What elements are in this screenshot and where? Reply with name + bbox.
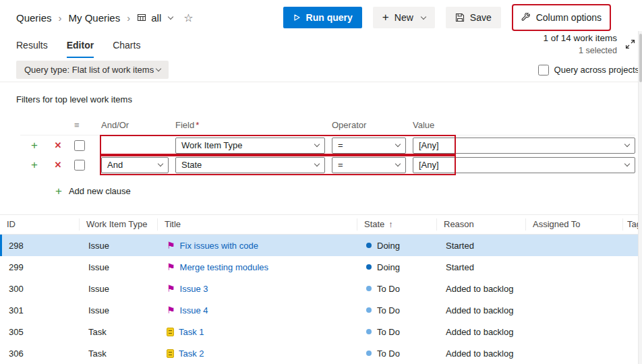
- issue-icon: ⚑: [167, 284, 175, 293]
- insert-clause-icon[interactable]: +: [27, 159, 42, 171]
- state-dot: [366, 286, 372, 291]
- selected-count: 1 selected: [543, 45, 617, 57]
- chevron-down-icon: [395, 161, 401, 166]
- value-select[interactable]: [Any]: [413, 157, 635, 173]
- and-or-select[interactable]: And: [101, 157, 169, 173]
- work-item-count: 1 of 14 work items: [543, 32, 617, 45]
- table-row[interactable]: 306 Task Task 2 To Do Added to backlog: [0, 342, 642, 364]
- operator-select[interactable]: =: [332, 157, 406, 173]
- plus-icon: +: [382, 11, 389, 23]
- chevron-right-icon: ›: [59, 12, 62, 24]
- toolbar-actions: Run query + New Save Column options: [283, 4, 611, 31]
- work-item-summary: 1 of 14 work items 1 selected: [543, 32, 635, 58]
- state-dot: [366, 351, 372, 356]
- chevron-down-icon: [395, 142, 401, 147]
- vertical-scrollbar[interactable]: [638, 31, 642, 364]
- task-icon: [167, 349, 174, 358]
- remove-clause-icon[interactable]: ✕: [49, 141, 67, 150]
- query-type-row: Query type: Flat list of work items Quer…: [0, 58, 642, 82]
- play-icon: [293, 13, 301, 22]
- clause-table: ≡ And/Or Field* Operator Value + ✕ Work …: [20, 115, 635, 197]
- clause-row: + ✕ And State = [Any]: [20, 155, 635, 175]
- value-select[interactable]: [Any]: [413, 138, 635, 154]
- col-id[interactable]: ID: [0, 218, 80, 231]
- fullscreen-expand-icon[interactable]: [625, 39, 635, 49]
- clause-checkbox[interactable]: [74, 160, 85, 171]
- work-item-link[interactable]: Fix issues with code: [180, 241, 258, 251]
- query-name-dropdown[interactable]: all: [137, 12, 173, 24]
- table-row[interactable]: 305 Task Task 1 To Do Added to backlog: [0, 321, 642, 342]
- work-item-link[interactable]: Issue 4: [180, 305, 208, 315]
- col-operator: Operator: [332, 120, 406, 130]
- col-field: Field*: [175, 120, 325, 130]
- view-tabs: Results Editor Charts: [16, 40, 140, 58]
- col-work-item-type[interactable]: Work Item Type: [80, 218, 158, 231]
- breadcrumb-queries[interactable]: Queries: [16, 12, 52, 24]
- table-icon: [137, 13, 146, 22]
- table-row[interactable]: 299 Issue ⚑ Merge testing modules Doing …: [0, 256, 642, 278]
- chevron-down-icon: [158, 161, 163, 166]
- breadcrumb-my-queries[interactable]: My Queries: [69, 12, 121, 24]
- chevron-down-icon: [421, 13, 426, 19]
- table-row[interactable]: 300 Issue ⚑ Issue 3 To Do Added to backl…: [0, 278, 642, 299]
- col-state[interactable]: State↑: [357, 218, 437, 231]
- chevron-down-icon: [624, 161, 630, 166]
- chevron-down-icon: [168, 13, 173, 19]
- plus-icon: +: [55, 185, 62, 197]
- grip-icon: ≡: [74, 120, 94, 130]
- clause-rows: + ✕ Work Item Type = [Any] + ✕ And: [20, 135, 635, 175]
- col-assigned-to[interactable]: Assigned To: [526, 218, 623, 231]
- state-dot: [366, 243, 372, 248]
- chevron-down-icon: [156, 66, 161, 71]
- clause-header-row: ≡ And/Or Field* Operator Value: [20, 115, 635, 135]
- new-button[interactable]: + New: [373, 7, 435, 28]
- field-select[interactable]: Work Item Type: [175, 138, 325, 154]
- run-query-button[interactable]: Run query: [283, 7, 362, 28]
- field-select[interactable]: State: [175, 157, 325, 173]
- filters-title: Filters for top level work items: [16, 94, 642, 104]
- work-item-link[interactable]: Merge testing modules: [180, 262, 269, 272]
- save-button[interactable]: Save: [446, 7, 501, 28]
- state-dot: [366, 307, 372, 313]
- query-type-dropdown[interactable]: Query type: Flat list of work items: [16, 61, 169, 79]
- remove-clause-icon[interactable]: ✕: [49, 160, 67, 169]
- tab-results[interactable]: Results: [16, 40, 48, 58]
- sort-ascending-icon: ↑: [388, 219, 393, 229]
- insert-clause-icon[interactable]: +: [27, 140, 42, 151]
- required-marker: *: [196, 120, 199, 130]
- work-item-link[interactable]: Task 2: [179, 348, 204, 359]
- clause-row: + ✕ Work Item Type = [Any]: [20, 135, 635, 155]
- breadcrumb: Queries › My Queries › all ☆: [16, 11, 194, 24]
- results-table: ID Work Item Type Title State↑ Reason As…: [0, 214, 642, 364]
- operator-select[interactable]: =: [332, 138, 406, 154]
- issue-icon: ⚑: [167, 262, 175, 272]
- state-dot: [366, 329, 372, 334]
- work-item-link[interactable]: Issue 3: [180, 284, 208, 294]
- top-toolbar: Queries › My Queries › all ☆ Run query +…: [0, 0, 642, 35]
- issue-icon: ⚑: [167, 305, 175, 315]
- table-row[interactable]: 301 Issue ⚑ Issue 4 To Do Added to backl…: [0, 299, 642, 321]
- col-and-or: And/Or: [101, 120, 169, 130]
- save-icon: [455, 13, 465, 22]
- favorite-star-icon[interactable]: ☆: [183, 11, 193, 24]
- tab-editor[interactable]: Editor: [67, 40, 94, 58]
- column-options-highlight: Column options: [512, 4, 611, 31]
- table-row[interactable]: 298 Issue ⚑ Fix issues with code Doing S…: [0, 235, 642, 256]
- issue-icon: ⚑: [167, 241, 175, 250]
- query-across-projects-label: Query across projects: [554, 65, 639, 75]
- chevron-right-icon: ›: [127, 12, 130, 24]
- chevron-down-icon: [624, 142, 630, 147]
- scrollbar-thumb[interactable]: [639, 34, 642, 82]
- col-title[interactable]: Title: [158, 218, 357, 231]
- chevron-down-icon: [314, 142, 320, 147]
- tab-charts[interactable]: Charts: [113, 40, 140, 58]
- query-across-projects-checkbox[interactable]: [538, 65, 549, 75]
- add-new-clause-button[interactable]: + Add new clause: [55, 185, 635, 197]
- task-icon: [167, 328, 174, 336]
- work-item-link[interactable]: Task 1: [179, 327, 204, 337]
- col-reason[interactable]: Reason: [437, 218, 526, 231]
- state-dot: [366, 264, 372, 270]
- query-across-projects: Query across projects: [538, 65, 639, 75]
- clause-checkbox[interactable]: [74, 140, 85, 151]
- column-options-button[interactable]: Column options: [516, 7, 607, 28]
